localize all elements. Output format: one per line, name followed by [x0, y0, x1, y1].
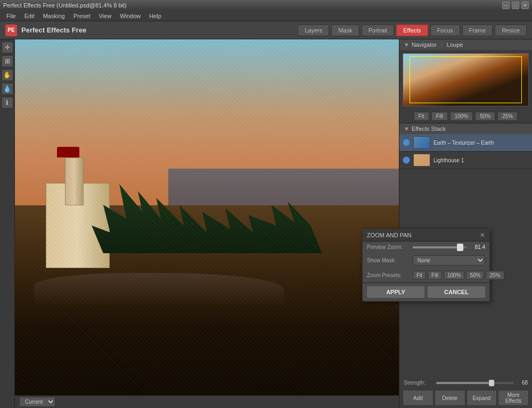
toolbar: PE Perfect Effects Free Layers Mask Port…: [0, 21, 532, 39]
maximize-button[interactable]: □: [512, 2, 519, 9]
zoom-pan-title: ZOOM AND PAN: [367, 232, 412, 238]
popup-zoom-25[interactable]: 25%: [486, 271, 504, 280]
zoom-fill[interactable]: Fill: [431, 112, 448, 121]
effects-stack-header[interactable]: ▼ Effects Stack: [399, 123, 532, 134]
popup-zoom-100[interactable]: 100%: [444, 271, 465, 280]
menubar: File Edit Masking Preset View Window Hel…: [0, 11, 532, 21]
effect-thumb-lighthouse: [413, 154, 430, 166]
popup-zoom-fit[interactable]: Fit: [413, 271, 426, 280]
navigator-preview: [403, 53, 529, 106]
tab-portrait[interactable]: Portrait: [362, 24, 394, 36]
nav-preview-box: [410, 56, 522, 103]
effects-actions: Add Delete Expand More Effects: [399, 388, 532, 408]
strength-handle[interactable]: [489, 380, 494, 386]
zoom-presets-label: Zoom Presets:: [367, 272, 410, 278]
effect-name-earth: Earth – Texturizer – Earth: [433, 140, 529, 146]
titlebar-controls: ─ □ ✕: [502, 2, 529, 9]
close-button[interactable]: ✕: [521, 2, 529, 9]
move-tool[interactable]: ✛: [2, 41, 13, 53]
app-logo: PE: [5, 24, 17, 36]
effect-item-lighthouse[interactable]: Lighthouse 1: [399, 152, 532, 169]
zoom-presets-row: Zoom Presets: Fit Fill 100% 50% 25%: [363, 268, 489, 282]
left-toolbar: ✛ ⊞ ✋ 💧 ℹ: [0, 39, 15, 408]
effects-stack-title: Effects Stack: [412, 126, 446, 132]
show-mask-select[interactable]: None Red Overlay Black Overlay: [413, 255, 485, 265]
popup-zoom-50[interactable]: 50%: [466, 271, 484, 280]
loupe-tab[interactable]: Loupe: [447, 41, 463, 48]
zoom-pan-popup: ZOOM AND PAN ✕ Preview Zoom: 81.4 Show M…: [362, 229, 490, 302]
zoom-pan-close[interactable]: ✕: [480, 231, 485, 239]
menu-masking[interactable]: Masking: [39, 12, 69, 20]
delete-effect-button[interactable]: Delete: [435, 390, 465, 406]
canvas-image: [15, 39, 399, 408]
effect-eye-lighthouse[interactable]: [403, 156, 410, 164]
effect-eye-earth[interactable]: [403, 139, 410, 146]
zoom-pan-header: ZOOM AND PAN ✕: [363, 229, 489, 242]
preview-zoom-value: 81.4: [470, 244, 485, 250]
more-effects-button[interactable]: More Effects: [498, 390, 529, 406]
menu-preset[interactable]: Preset: [69, 12, 95, 20]
zoom-fit[interactable]: Fit: [414, 112, 429, 121]
show-mask-label: Show Mask:: [367, 257, 410, 263]
effect-overlay: [15, 39, 399, 408]
current-select[interactable]: Current: [19, 397, 55, 407]
menu-edit[interactable]: Edit: [20, 12, 39, 20]
preview-zoom-fill: [413, 246, 457, 248]
cancel-button[interactable]: CANCEL: [428, 286, 485, 298]
menu-view[interactable]: View: [94, 12, 116, 20]
tab-mask[interactable]: Mask: [331, 24, 359, 36]
navigator-arrow: ▼: [404, 41, 410, 48]
navigator-section: ▼ Navigator | Loupe Fit Fill 100% 50% 25…: [399, 39, 532, 123]
tab-effects[interactable]: Effects: [396, 24, 428, 36]
popup-zoom-btns: Fit Fill 100% 50% 25%: [413, 271, 504, 280]
preview-zoom-handle[interactable]: [457, 244, 463, 251]
zoom-buttons: Fit Fill 100% 50% 25%: [399, 110, 532, 123]
nav-divider: |: [441, 41, 443, 48]
hand-tool[interactable]: ✋: [2, 69, 13, 81]
app-title: Perfect Effects Free: [21, 26, 297, 34]
navigator-title: Navigator: [412, 41, 437, 48]
tab-resize[interactable]: Resize: [495, 24, 527, 36]
main-layout: ✛ ⊞ ✋ 💧 ℹ Current: [0, 39, 532, 408]
minimize-button[interactable]: ─: [502, 2, 510, 9]
lighthouse-scene: [15, 39, 399, 408]
preview-zoom-slider[interactable]: [413, 246, 467, 248]
effect-item-earth[interactable]: Earth – Texturizer – Earth: [399, 134, 532, 152]
eyedropper-tool[interactable]: 💧: [2, 83, 13, 95]
navigator-header[interactable]: ▼ Navigator | Loupe: [399, 39, 532, 50]
titlebar-text: Perfect Effects Free (Untitled.psd@81.4%…: [3, 2, 127, 9]
zoom-tool[interactable]: ⊞: [2, 55, 13, 67]
tab-focus[interactable]: Focus: [430, 24, 460, 36]
titlebar: Perfect Effects Free (Untitled.psd@81.4%…: [0, 0, 532, 11]
tab-frame[interactable]: Frame: [462, 24, 493, 36]
effect-name-lighthouse: Lighthouse 1: [433, 157, 529, 163]
preview-zoom-label: Preview Zoom:: [367, 244, 410, 250]
menu-file[interactable]: File: [2, 12, 20, 20]
popup-zoom-fill[interactable]: Fill: [428, 271, 442, 280]
info-tool[interactable]: ℹ: [2, 97, 13, 109]
preview-zoom-row: Preview Zoom: 81.4: [363, 242, 489, 253]
zoom-100[interactable]: 100%: [450, 112, 473, 121]
tab-layers[interactable]: Layers: [298, 24, 329, 36]
strength-row: Strength: 68: [399, 378, 532, 388]
toolbar-tabs: Layers Mask Portrait Effects Focus Frame…: [297, 24, 527, 36]
apply-button[interactable]: APPLY: [367, 286, 424, 298]
zoom-25[interactable]: 25%: [497, 112, 518, 121]
strength-value: 68: [517, 380, 528, 386]
right-panel: ▼ Navigator | Loupe Fit Fill 100% 50% 25…: [399, 39, 532, 408]
expand-effect-button[interactable]: Expand: [466, 390, 497, 406]
effect-thumb-earth: [413, 136, 430, 149]
show-mask-row: Show Mask: None Red Overlay Black Overla…: [363, 253, 489, 268]
canvas-bottom: Current: [15, 395, 399, 408]
strength-label: Strength:: [404, 380, 433, 386]
zoom-50[interactable]: 50%: [475, 112, 495, 121]
popup-footer: APPLY CANCEL: [363, 282, 489, 301]
strength-fill: [436, 382, 489, 384]
effects-arrow: ▼: [404, 126, 410, 132]
strength-slider[interactable]: [436, 382, 514, 384]
menu-help[interactable]: Help: [145, 12, 166, 20]
menu-window[interactable]: Window: [116, 12, 145, 20]
add-effect-button[interactable]: Add: [403, 390, 433, 406]
canvas-area: Current: [15, 39, 399, 408]
